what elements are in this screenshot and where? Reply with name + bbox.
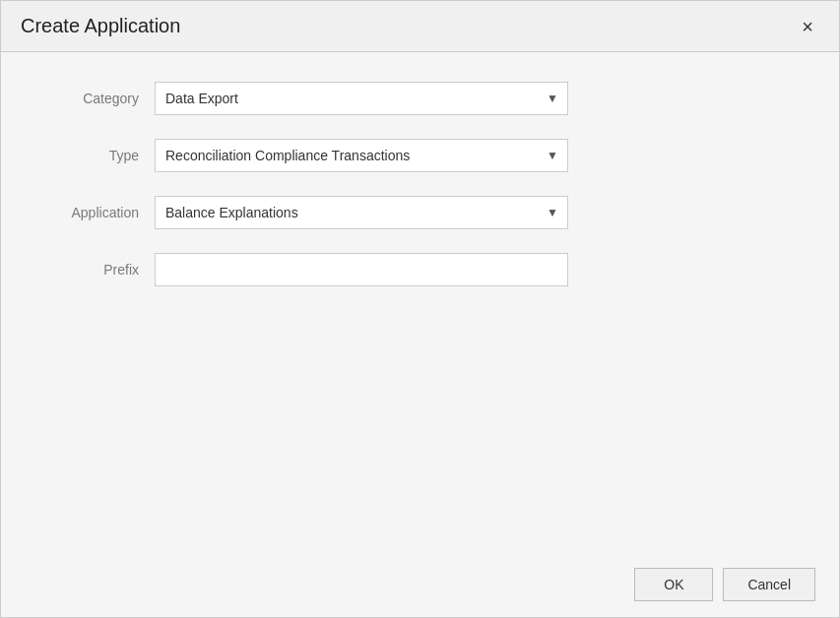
category-select[interactable]: Data Export Other	[155, 82, 568, 115]
type-label: Type	[40, 148, 139, 163]
category-row: Category Data Export Other ▼	[40, 82, 800, 115]
dialog-footer: OK Cancel	[1, 552, 839, 617]
prefix-label: Prefix	[40, 262, 139, 278]
dialog-body: Category Data Export Other ▼ Type Reconc…	[1, 52, 839, 552]
prefix-row: Prefix	[40, 253, 800, 286]
category-select-wrapper: Data Export Other ▼	[155, 82, 568, 115]
cancel-button[interactable]: Cancel	[723, 568, 815, 601]
ok-button[interactable]: OK	[634, 568, 713, 601]
prefix-input[interactable]	[155, 253, 568, 286]
type-select-wrapper: Reconciliation Compliance Transactions O…	[155, 139, 568, 172]
create-application-dialog: Create Application × Category Data Expor…	[0, 0, 840, 618]
category-label: Category	[40, 91, 139, 106]
application-row: Application Balance Explanations Other ▼	[40, 196, 800, 229]
type-select[interactable]: Reconciliation Compliance Transactions O…	[155, 139, 568, 172]
application-select-wrapper: Balance Explanations Other ▼	[155, 196, 568, 229]
application-select[interactable]: Balance Explanations Other	[155, 196, 568, 229]
type-row: Type Reconciliation Compliance Transacti…	[40, 139, 800, 172]
dialog-title: Create Application	[21, 15, 180, 37]
close-button[interactable]: ×	[796, 15, 819, 38]
dialog-header: Create Application ×	[1, 1, 839, 52]
application-label: Application	[40, 205, 139, 220]
